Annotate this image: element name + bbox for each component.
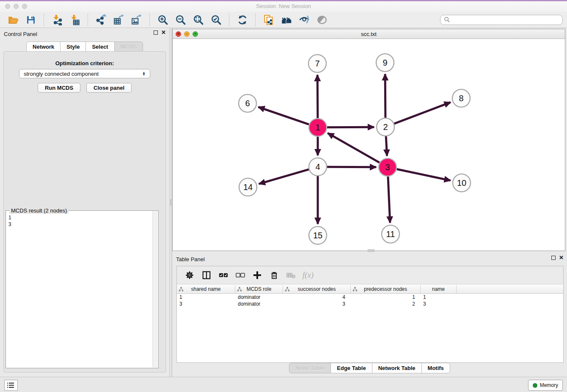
cell-successor-nodes[interactable]: 4 xyxy=(283,294,351,300)
cell-name[interactable]: 3 xyxy=(421,301,457,307)
edge-4-3[interactable] xyxy=(327,167,376,167)
import-table-icon[interactable] xyxy=(69,14,81,26)
show-all-networks-icon[interactable] xyxy=(280,14,293,26)
column-header-name[interactable]: name xyxy=(421,285,457,293)
tab-style[interactable]: Style xyxy=(60,41,86,52)
edge-1-7[interactable] xyxy=(317,75,318,118)
tab-edge-table[interactable]: Edge Table xyxy=(330,363,372,373)
table-toolbar: f(x) xyxy=(177,266,563,284)
svg-text:2: 2 xyxy=(383,122,388,132)
search-box[interactable] xyxy=(440,15,563,25)
edge-1-2[interactable] xyxy=(327,127,374,127)
tab-mcds[interactable]: MCDS xyxy=(114,41,143,52)
edge-2-8[interactable] xyxy=(394,102,451,124)
edge-2-3[interactable] xyxy=(386,136,387,156)
node-9[interactable]: 9 xyxy=(376,54,394,72)
export-table-icon[interactable] xyxy=(113,14,125,26)
import-network-icon[interactable] xyxy=(51,14,63,26)
table-settings-icon[interactable] xyxy=(183,269,196,282)
edge-3-1[interactable] xyxy=(328,133,379,163)
deselect-all-icon[interactable] xyxy=(234,269,247,282)
edge-3-10[interactable] xyxy=(397,169,451,181)
memory-status-icon xyxy=(533,383,537,388)
zoom-selected-icon[interactable] xyxy=(210,14,223,26)
float-table-panel-icon[interactable] xyxy=(551,256,556,260)
svg-text:9: 9 xyxy=(383,58,387,67)
edge-1-6[interactable] xyxy=(259,107,309,124)
network-window-titlebar[interactable]: ✕ − + scc.txt xyxy=(173,29,565,39)
criterion-select[interactable]: strongly connected component ▲▼ xyxy=(19,69,150,78)
toolbar-separator xyxy=(44,14,44,26)
close-table-panel-icon[interactable]: ✕ xyxy=(559,256,564,260)
column-header-shared-name[interactable]: shared name xyxy=(177,285,235,293)
select-all-icon[interactable] xyxy=(217,269,230,282)
search-input[interactable] xyxy=(450,17,559,23)
memory-label: Memory xyxy=(540,382,558,388)
node-11[interactable]: 11 xyxy=(382,225,399,243)
tab-node-table[interactable]: Node Table xyxy=(289,363,331,373)
node-1[interactable]: 1 xyxy=(309,119,327,136)
svg-text:8: 8 xyxy=(459,94,463,103)
node-8[interactable]: 8 xyxy=(452,89,470,107)
run-mcds-button[interactable]: Run MCDS xyxy=(38,83,80,93)
node-4[interactable]: 4 xyxy=(309,158,327,176)
task-history-button[interactable] xyxy=(4,380,18,391)
edge-2-9[interactable] xyxy=(385,74,385,118)
close-panel-icon[interactable]: ✕ xyxy=(161,30,166,35)
float-panel-icon[interactable] xyxy=(154,30,158,35)
column-header-successor-nodes[interactable]: successor nodes xyxy=(283,285,351,293)
horizontal-splitter-grip[interactable] xyxy=(368,249,374,252)
table-row[interactable]: 1 dominator 4 1 1 xyxy=(177,294,563,301)
delete-column-icon[interactable] xyxy=(268,269,281,282)
apply-layout-icon[interactable] xyxy=(236,14,249,26)
edge-3-11[interactable] xyxy=(388,177,390,223)
open-session-icon[interactable] xyxy=(7,14,19,26)
cell-mcds-role[interactable]: dominator xyxy=(235,301,283,307)
network-canvas[interactable]: 1234678910111415 xyxy=(173,39,565,251)
tab-network-table[interactable]: Network Table xyxy=(372,363,422,373)
tab-motifs[interactable]: Motifs xyxy=(421,363,450,373)
node-2[interactable]: 2 xyxy=(377,118,394,136)
export-image-icon[interactable] xyxy=(130,14,143,26)
result-scrollbar[interactable] xyxy=(152,211,158,367)
cell-name[interactable]: 1 xyxy=(421,294,457,300)
node-14[interactable]: 14 xyxy=(239,178,257,196)
close-panel-button[interactable]: Close panel xyxy=(86,83,132,93)
node-15[interactable]: 15 xyxy=(309,226,327,244)
control-panel-header: Control Panel ✕ xyxy=(0,28,169,40)
cell-successor-nodes[interactable]: 3 xyxy=(283,301,351,307)
column-header-mcds-role[interactable]: MCDS role xyxy=(235,285,283,293)
cell-predecessor-nodes[interactable]: 2 xyxy=(351,301,421,307)
node-3[interactable]: 3 xyxy=(379,158,396,176)
zoom-out-icon[interactable] xyxy=(174,14,187,26)
add-column-icon[interactable] xyxy=(251,269,264,282)
export-network-icon[interactable] xyxy=(95,14,107,26)
column-header-predecessor-nodes[interactable]: predecessor nodes xyxy=(351,285,421,293)
clone-network-icon[interactable] xyxy=(262,14,275,26)
hide-selected-icon[interactable] xyxy=(298,14,311,26)
memory-button[interactable]: Memory xyxy=(528,380,563,391)
panel-splitter[interactable] xyxy=(169,28,172,377)
control-panel-tabs: Network Style Select MCDS xyxy=(0,41,169,52)
edge-4-14[interactable] xyxy=(259,169,309,184)
cell-predecessor-nodes[interactable]: 1 xyxy=(351,294,421,300)
svg-text:6: 6 xyxy=(245,99,250,108)
svg-text:10: 10 xyxy=(457,178,466,188)
tab-select[interactable]: Select xyxy=(85,41,114,52)
show-graphics-details-icon[interactable] xyxy=(316,14,328,26)
attribute-icon xyxy=(179,287,184,292)
window-title: Session: New Session xyxy=(0,3,567,9)
table-row[interactable]: 3 dominator 3 2 3 xyxy=(177,301,563,307)
column-visibility-icon[interactable] xyxy=(200,269,213,282)
save-session-icon[interactable] xyxy=(25,14,37,26)
cell-shared-name[interactable]: 3 xyxy=(177,301,235,307)
node-7[interactable]: 7 xyxy=(308,55,326,72)
cell-shared-name[interactable]: 1 xyxy=(177,294,235,300)
table-panel-title: Table Panel xyxy=(176,256,205,262)
cell-mcds-role[interactable]: dominator xyxy=(235,294,283,300)
tab-network[interactable]: Network xyxy=(26,41,61,52)
node-10[interactable]: 10 xyxy=(453,174,471,192)
node-6[interactable]: 6 xyxy=(239,94,256,112)
zoom-in-icon[interactable] xyxy=(157,14,169,26)
zoom-fit-icon[interactable] xyxy=(192,14,205,26)
